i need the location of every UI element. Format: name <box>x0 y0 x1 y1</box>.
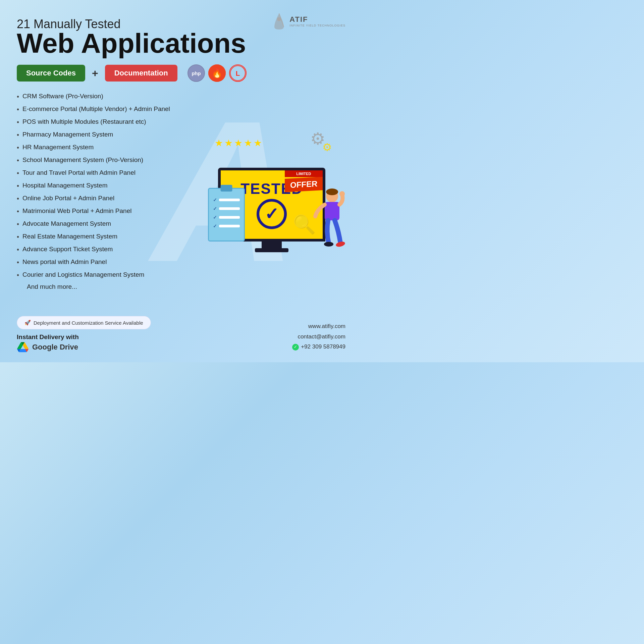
contact-phone: ✓ +92 309 5878949 <box>292 342 345 352</box>
line-bar <box>219 225 240 227</box>
website-text: www.atifiy.com <box>308 321 345 332</box>
list-item: •Matrimonial Web Portal + Admin Panel <box>17 205 198 218</box>
bullet: • <box>17 169 19 178</box>
list-item: •CRM Software (Pro-Version) <box>17 90 198 103</box>
monitor-wrapper: ⚙ ⚙ ★ ★ ★ ★ ★ LIMITED <box>211 127 339 255</box>
app-name: Online Job Portal + Admin Panel <box>22 194 114 203</box>
app-name: POS with Multiple Modules (Restaurant et… <box>22 117 146 126</box>
bullet: • <box>17 156 19 165</box>
person-svg <box>312 188 345 255</box>
bullet: • <box>17 105 19 114</box>
bottom-left: 🚀 Deployment and Customization Service A… <box>17 316 151 352</box>
documentation-badge: Documentation <box>105 65 177 82</box>
list-item: •Advocate Management System <box>17 218 198 230</box>
list-item: •Pharmacy Management System <box>17 128 198 141</box>
app-name: News portal with Admin Panel <box>22 258 107 266</box>
stars-row: ★ ★ ★ ★ ★ <box>215 138 262 149</box>
deployment-text: Deployment and Customization Service Ava… <box>34 320 143 326</box>
list-item: •Hospital Management System <box>17 179 198 192</box>
list-item: •Advance Support Ticket System <box>17 243 198 256</box>
bottom-section: 🚀 Deployment and Customization Service A… <box>17 316 345 352</box>
check-icon: ✓ <box>213 215 217 220</box>
app-name: Advance Support Ticket System <box>22 245 113 254</box>
and-more-text: And much more... <box>17 281 198 292</box>
contact-website: www.atifiy.com <box>292 321 345 332</box>
check-icon: ✓ <box>213 206 217 211</box>
clipboard-line-2: ✓ <box>213 206 240 211</box>
offer-label: OFFER <box>290 179 317 190</box>
bullet: • <box>17 143 19 152</box>
star-3: ★ <box>234 138 243 149</box>
app-name: Hospital Management System <box>22 181 107 190</box>
list-item: •POS with Multiple Modules (Restaurant e… <box>17 116 198 128</box>
list-item: •Tour and Travel Portal with Admin Panel <box>17 167 198 179</box>
app-name: Tour and Travel Portal with Admin Panel <box>22 168 136 177</box>
monitor-base <box>262 241 282 248</box>
gear-small-icon: ⚙ <box>322 141 332 154</box>
email-text: contact@atifiy.com <box>298 332 345 342</box>
codeigniter-icon: 🔥 <box>208 64 226 82</box>
contact-info: www.atifiy.com contact@atifiy.com ✓ +92 … <box>292 321 345 352</box>
google-drive-icon <box>17 342 29 352</box>
whatsapp-icon: ✓ <box>292 344 299 351</box>
checkmark-circle: ✓ <box>257 199 287 229</box>
bullet: • <box>17 92 19 101</box>
line-bar <box>219 199 240 201</box>
clipboard-line-3: ✓ <box>213 215 240 220</box>
clipboard: ✓ ✓ ✓ ✓ <box>208 188 245 241</box>
drive-text: Google Drive <box>32 343 78 352</box>
line-bar <box>219 207 240 210</box>
plus-symbol: + <box>92 67 98 79</box>
clipboard-line-1: ✓ <box>213 197 240 203</box>
checkmark-icon: ✓ <box>265 204 279 224</box>
delivery-label: Instant Delivery with <box>17 333 151 341</box>
main-title: Web Applications <box>17 30 345 57</box>
limited-label: LIMITED <box>296 172 311 176</box>
monitor-stand <box>255 248 288 252</box>
bullet: • <box>17 194 19 203</box>
app-name: Matrimonial Web Portal + Admin Panel <box>22 207 131 215</box>
bullet: • <box>17 181 19 191</box>
svg-point-8 <box>326 189 338 195</box>
laravel-icon: L <box>229 64 247 82</box>
tech-icons-group: php 🔥 L <box>187 64 247 82</box>
bullet: • <box>17 232 19 241</box>
list-item: •Online Job Portal + Admin Panel <box>17 192 198 205</box>
star-2: ★ <box>224 138 233 149</box>
app-name: HR Management System <box>22 143 94 152</box>
list-item: •Real Estate Management System <box>17 230 198 243</box>
instant-delivery: Instant Delivery with Google Drive <box>17 333 151 352</box>
check-icon: ✓ <box>213 197 217 203</box>
svg-point-11 <box>324 242 333 247</box>
deployment-badge: 🚀 Deployment and Customization Service A… <box>17 316 151 329</box>
svg-text:php: php <box>192 71 201 76</box>
bullet: • <box>17 207 19 216</box>
drive-row: Google Drive <box>17 342 151 352</box>
list-item: •E-commerce Portal (Multiple Vendor) + A… <box>17 103 198 116</box>
app-name: Courier and Logistics Management System <box>22 270 144 279</box>
svg-text:🔥: 🔥 <box>212 68 223 78</box>
star-4: ★ <box>244 138 252 149</box>
check-icon: ✓ <box>213 223 217 229</box>
php-icon: php <box>187 64 205 82</box>
app-name: Pharmacy Management System <box>22 130 113 139</box>
clipboard-clip <box>221 185 232 192</box>
rocket-icon: 🚀 <box>24 320 31 326</box>
clipboard-line-4: ✓ <box>213 223 240 229</box>
app-name: Advocate Management System <box>22 219 111 228</box>
star-1: ★ <box>215 138 223 149</box>
app-name: E-commerce Portal (Multiple Vendor) + Ad… <box>22 105 170 113</box>
bullet: • <box>17 271 19 280</box>
bullet: • <box>17 118 19 127</box>
bullet: • <box>17 220 19 229</box>
app-name: School Management System (Pro-Version) <box>22 156 143 164</box>
bullet: • <box>17 130 19 140</box>
list-item: •Courier and Logistics Management System <box>17 269 198 281</box>
badges-row: Source Codes + Documentation php 🔥 <box>17 64 345 82</box>
svg-text:L: L <box>236 70 240 77</box>
content-area: •CRM Software (Pro-Version) •E-commerce … <box>17 90 345 292</box>
person-figure <box>312 188 345 255</box>
star-5: ★ <box>254 138 262 149</box>
apps-list: •CRM Software (Pro-Version) •E-commerce … <box>17 90 198 281</box>
list-item: •School Management System (Pro-Version) <box>17 154 198 167</box>
